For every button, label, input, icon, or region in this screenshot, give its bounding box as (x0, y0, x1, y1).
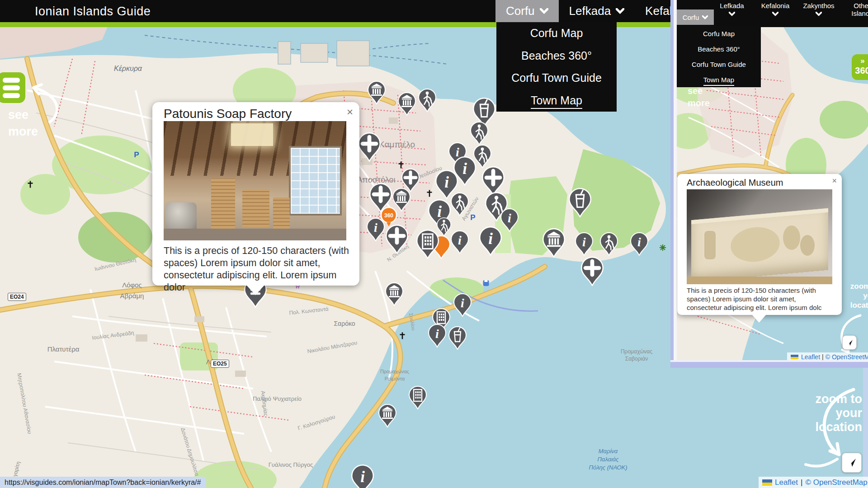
map-marker-info[interactable]: i (575, 232, 593, 256)
status-url-bar: https://visguides.com/ionian/mapTown?bac… (0, 477, 206, 488)
map-marker-plus[interactable] (386, 225, 408, 254)
osm-link[interactable]: © OpenStreetMap (826, 353, 868, 361)
mini-frame-edge (670, 0, 674, 368)
svg-text:i: i (508, 211, 511, 225)
mini-nav-item-lefkada[interactable]: Lefkada (716, 2, 748, 17)
map-marker-info[interactable]: i (500, 208, 519, 232)
menu-item-beaches-360-[interactable]: Beaches 360° (677, 45, 761, 53)
map-marker-info[interactable]: i (351, 465, 374, 488)
popup-title: Archaeological Museum (687, 178, 783, 188)
menu-item-town-map[interactable]: Town Map (496, 94, 617, 107)
browser-viewport: Ionian Islands Guide CorfuLefkadaKefalon… (0, 0, 868, 488)
mini-corfu-dropdown-menu: Corfu MapBeaches 360°Corfu Town GuideTow… (677, 26, 761, 87)
menu-item-town-map[interactable]: Town Map (677, 76, 761, 84)
map-marker-info[interactable]: i (451, 230, 469, 254)
map-marker-drink[interactable] (569, 188, 591, 217)
popup-archaeological: Archaeological Museum × This is a precis… (677, 174, 842, 315)
corfu-dropdown-menu: Corfu MapBeaches 360°Corfu Town GuideTow… (496, 22, 617, 112)
map-poi-bus-icon (483, 279, 489, 286)
map-poi-cross-icon (427, 190, 433, 199)
map-marker-walker[interactable] (600, 232, 618, 256)
map-marker-plus[interactable] (581, 257, 604, 286)
map-marker-info[interactable]: i (367, 218, 385, 241)
map-marker-plus[interactable] (358, 132, 381, 162)
see-more-label: see more (8, 108, 38, 138)
chevron-down-icon (772, 12, 778, 16)
svg-text:i: i (435, 327, 439, 341)
svg-text:i: i (360, 468, 365, 485)
chevron-down-icon (702, 15, 708, 19)
mini-nav-item-other-islands[interactable]: Other Islands (846, 2, 868, 17)
svg-text:i: i (458, 233, 462, 247)
road-badge: EO24 (8, 293, 26, 301)
mini-zoom-location-label: zoom to your location (839, 282, 868, 310)
map-poi-cross-icon (400, 332, 406, 342)
road-badge: EO25 (211, 360, 229, 368)
map-poi-cross-icon (28, 181, 33, 190)
leaflet-link[interactable]: Leaflet (775, 478, 798, 487)
map-marker-museum[interactable] (368, 81, 386, 104)
chevron-down-icon (616, 8, 624, 14)
site-title: Ionian Islands Guide (35, 5, 151, 19)
map-marker-museum[interactable] (385, 282, 403, 306)
mini-nav-item-kefalonia[interactable]: Kefalonia (759, 2, 792, 17)
popup-photo-museum (687, 189, 832, 284)
svg-text:360: 360 (384, 212, 393, 219)
menu-item-beaches-360-[interactable]: Beaches 360° (496, 49, 617, 62)
mini-nav: LefkadaKefaloniaZakynthosOther Islands (716, 2, 868, 17)
popup-patounis: Patounis Soap Factory × This is a precis… (152, 102, 359, 286)
nav-item-lefkada[interactable]: Lefkada (559, 0, 635, 22)
mini-nav-item-zakynthos[interactable]: Zakynthos (802, 2, 835, 17)
map-attribution: Leaflet | © OpenStreetMap (759, 477, 868, 488)
map-marker-walker[interactable] (473, 145, 491, 168)
popup-title: Patounis Soap Factory (164, 107, 292, 121)
mini-viewport: LefkadaKefaloniaZakynthosOther Islands C… (670, 0, 868, 368)
ukraine-flag-icon (791, 355, 798, 359)
menu-item-corfu-map[interactable]: Corfu Map (677, 30, 761, 38)
nav-item-corfu[interactable]: Corfu (495, 0, 559, 22)
svg-text:i: i (582, 235, 586, 249)
map-marker-plus[interactable] (482, 166, 505, 196)
map-marker-building[interactable] (416, 230, 439, 259)
popup-body: This is a precis of 120-150 characters (… (687, 286, 832, 312)
map-marker-info[interactable]: i (479, 226, 502, 256)
map-marker-drink[interactable] (448, 326, 467, 350)
close-icon[interactable]: × (347, 106, 353, 118)
map-marker-info[interactable]: i (630, 232, 648, 256)
ukraine-flag-icon (762, 479, 772, 486)
popup-photo-factory (164, 121, 346, 240)
map-marker-museum[interactable] (398, 92, 416, 116)
map-poi-flower-icon (660, 244, 666, 253)
mini-frame-bottom[interactable] (670, 362, 868, 368)
svg-text:i: i (374, 221, 377, 235)
map-marker-info[interactable]: i (453, 293, 472, 317)
map-marker-museum[interactable] (542, 228, 565, 258)
badge-chevron-icon: » (852, 56, 868, 66)
svg-text:i: i (488, 230, 493, 247)
leaflet-link[interactable]: Leaflet (801, 353, 820, 361)
close-icon[interactable]: × (832, 176, 837, 186)
chevron-down-icon (540, 8, 548, 14)
menu-item-corfu-town-guide[interactable]: Corfu Town Guide (677, 61, 761, 68)
svg-text:i: i (444, 173, 449, 191)
chevron-down-icon (729, 12, 735, 16)
svg-text:i: i (637, 235, 641, 249)
map-marker-walker[interactable] (418, 89, 436, 112)
menu-item-corfu-map[interactable]: Corfu Map (496, 27, 617, 40)
chevron-down-icon (816, 12, 822, 16)
svg-text:i: i (461, 296, 464, 310)
map-marker-building[interactable] (409, 386, 427, 409)
locate-arrow-icon (846, 339, 854, 347)
map-marker-walker[interactable] (470, 122, 488, 145)
badge-360[interactable]: » 360 (852, 54, 868, 80)
zoom-location-arrow (799, 383, 867, 469)
osm-link[interactable]: © OpenStreetMap (805, 478, 867, 487)
menu-icon (3, 78, 20, 83)
mini-locate-button[interactable] (842, 335, 857, 350)
map-marker-museum[interactable] (378, 404, 396, 427)
map-marker-info[interactable]: i (428, 324, 446, 347)
menu-item-corfu-town-guide[interactable]: Corfu Town Guide (496, 71, 617, 84)
mini-nav-item-corfu[interactable]: Corfu (677, 9, 714, 25)
map-marker-walker[interactable] (451, 192, 469, 216)
map-poi-parking-icon: P (470, 213, 475, 222)
